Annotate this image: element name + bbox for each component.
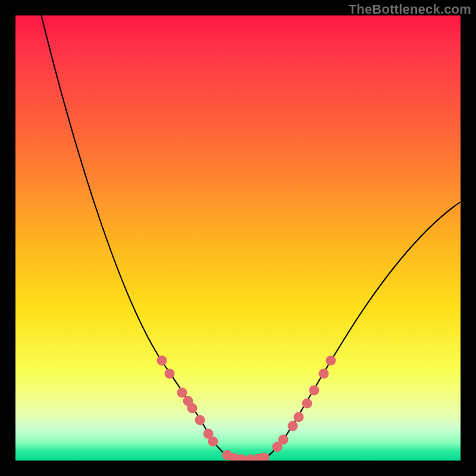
data-point	[165, 369, 175, 379]
bottleneck-curve	[15, 15, 461, 461]
data-point	[294, 412, 304, 422]
dots-right	[273, 356, 336, 452]
data-point	[288, 421, 298, 431]
data-point	[319, 369, 329, 379]
dots-left	[157, 356, 218, 447]
data-point	[259, 453, 270, 461]
dots-floor	[223, 450, 270, 461]
data-point	[278, 435, 289, 445]
data-point	[208, 437, 218, 447]
plot-area	[15, 15, 461, 461]
data-point	[302, 399, 312, 409]
data-point	[195, 415, 205, 425]
data-point	[177, 388, 187, 398]
data-point	[157, 356, 167, 366]
data-point	[187, 403, 198, 414]
curve-left-branch	[40, 15, 231, 458]
chart-frame: TheBottleneck.com	[0, 0, 476, 476]
data-point	[326, 356, 336, 366]
data-point	[309, 386, 320, 396]
watermark-text: TheBottleneck.com	[349, 2, 471, 17]
